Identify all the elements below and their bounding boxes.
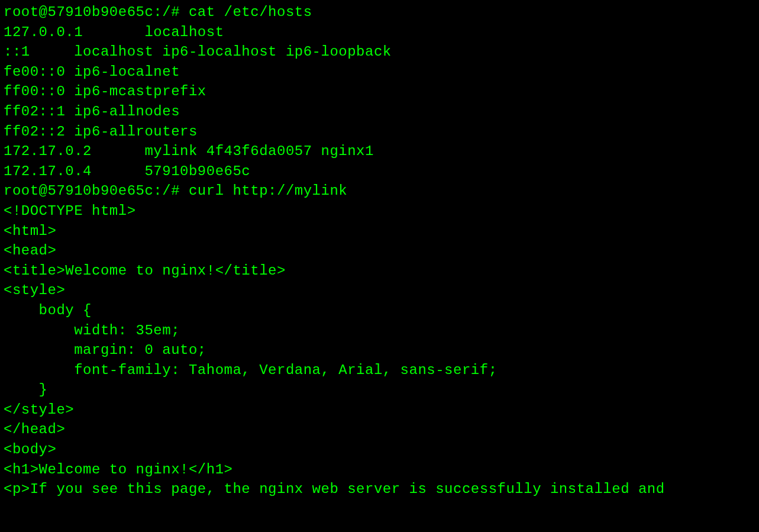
terminal-line: font-family: Tahoma, Verdana, Arial, san…	[4, 360, 755, 381]
terminal-line: ::1 localhost ip6-localhost ip6-loopback	[4, 42, 755, 62]
terminal-line: <!DOCTYPE html>	[4, 201, 755, 221]
terminal-line: 172.17.0.2 mylink 4f43f6da0057 nginx1	[4, 141, 755, 162]
terminal-line: }	[4, 380, 755, 400]
terminal-line: 172.17.0.4 57910b90e65c	[4, 162, 755, 182]
terminal-line: root@57910b90e65c:/# curl http://mylink	[4, 181, 755, 201]
terminal-line: margin: 0 auto;	[4, 340, 755, 360]
terminal-line: </style>	[4, 400, 755, 420]
terminal-line: body {	[4, 301, 755, 321]
terminal-line: ff00::0 ip6-mcastprefix	[4, 82, 755, 102]
terminal-line: <body>	[4, 440, 755, 460]
terminal-line: <h1>Welcome to nginx!</h1>	[4, 460, 755, 480]
terminal-line: <p>If you see this page, the nginx web s…	[4, 479, 755, 499]
terminal-line: ff02::2 ip6-allrouters	[4, 122, 755, 142]
terminal-line: <html>	[4, 221, 755, 241]
terminal-line: <title>Welcome to nginx!</title>	[4, 261, 755, 281]
terminal-line: <style>	[4, 280, 755, 301]
terminal-line: root@57910b90e65c:/# cat /etc/hosts	[4, 2, 755, 22]
terminal-line: fe00::0 ip6-localnet	[4, 62, 755, 82]
terminal-line: <head>	[4, 241, 755, 261]
terminal-output[interactable]: root@57910b90e65c:/# cat /etc/hosts 127.…	[4, 2, 755, 499]
terminal-line: width: 35em;	[4, 321, 755, 341]
terminal-line: 127.0.0.1 localhost	[4, 22, 755, 43]
terminal-line: </head>	[4, 420, 755, 440]
terminal-line: ff02::1 ip6-allnodes	[4, 102, 755, 122]
